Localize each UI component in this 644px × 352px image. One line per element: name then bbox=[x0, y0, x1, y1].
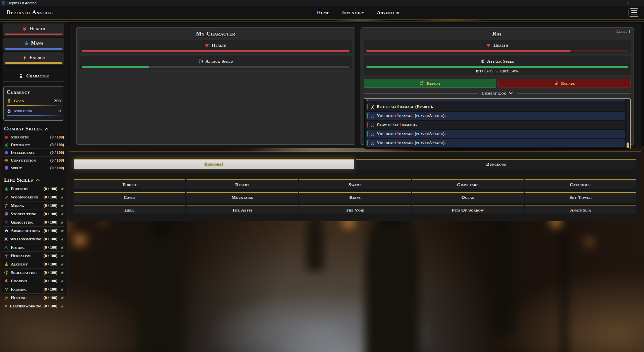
star-icon bbox=[60, 262, 64, 266]
skill-row-weaponsmithing: Weaponsmithing (0 / 100) bbox=[3, 235, 64, 243]
skill-name: Constitution bbox=[11, 158, 36, 163]
character-button[interactable]: Character bbox=[3, 70, 64, 82]
skill-name: Dexterity bbox=[11, 142, 30, 148]
star-icon bbox=[60, 304, 64, 308]
claw-icon bbox=[480, 59, 485, 64]
skill-value: (0 / 100) bbox=[50, 135, 64, 140]
skill-value: (0 / 100) bbox=[44, 228, 57, 233]
tree-icon bbox=[4, 186, 9, 191]
location-pits-of-sorrow[interactable]: Pits Of Sorrow bbox=[412, 205, 524, 215]
location-desert[interactable]: Desert bbox=[186, 179, 298, 189]
escape-button[interactable]: Escape bbox=[498, 79, 631, 88]
skill-row-woodworking: Woodworking (0 / 100) bbox=[3, 193, 64, 201]
nav-item-adventure[interactable]: Adventure bbox=[377, 10, 400, 15]
location-swamp[interactable]: Swamp bbox=[299, 179, 411, 189]
life-skills-header[interactable]: Life Skills bbox=[4, 177, 64, 183]
star-icon bbox=[60, 296, 64, 300]
nav-item-home[interactable]: Home bbox=[317, 10, 329, 15]
energy-label: Energy bbox=[30, 55, 46, 60]
sprout-icon bbox=[4, 287, 9, 292]
combat-log-toggle[interactable]: Combat Log bbox=[364, 91, 631, 96]
skill-name: Strength bbox=[11, 135, 29, 140]
location-graveyard[interactable]: Graveyard bbox=[412, 179, 524, 189]
gold-value: 250 bbox=[54, 98, 61, 104]
skill-row-hunting: Hunting (0 / 100) bbox=[3, 294, 64, 302]
skill-row-armorsmithing: Armorsmithing (0 / 100) bbox=[3, 227, 64, 235]
combat-skills-header[interactable]: Combat Skills bbox=[4, 125, 64, 132]
scrollbar-thumb[interactable] bbox=[627, 142, 629, 148]
combat-section: My Character Health Attack Speed bbox=[69, 23, 641, 148]
minimize-button[interactable] bbox=[610, 0, 621, 6]
skill-row-cooking: Cooking (0 / 100) bbox=[3, 277, 64, 285]
skill-value: (0 / 100) bbox=[50, 158, 64, 163]
skill-value: (0 / 100) bbox=[44, 262, 57, 267]
combat-skills-title: Combat Skills bbox=[4, 125, 42, 132]
player-attack-speed-bar bbox=[82, 66, 350, 68]
log-text: damage (Evaded). bbox=[400, 104, 433, 109]
combat-log-entry: Claw dealt 1 damage. bbox=[366, 121, 625, 129]
log-text: You dealt bbox=[377, 113, 396, 118]
log-text: Bite dealt bbox=[377, 104, 397, 109]
enemy-crit: Crit: 50% bbox=[500, 69, 519, 73]
combat-log-scrollbar[interactable] bbox=[627, 100, 629, 148]
location-ruins[interactable]: Ruins bbox=[299, 192, 411, 202]
location-the-void[interactable]: The Void bbox=[299, 205, 411, 215]
fishing-rod-icon bbox=[4, 245, 9, 250]
energy-stat-card: Energy bbox=[3, 52, 64, 65]
skill-value: (0 / 100) bbox=[44, 203, 57, 208]
tab-dungeons[interactable]: Dungeons bbox=[356, 159, 636, 169]
location-hell[interactable]: Hell bbox=[74, 205, 185, 215]
location-caves[interactable]: Caves bbox=[74, 192, 185, 202]
skill-row-leatherworking: Leatherworking (0 / 100) bbox=[3, 302, 64, 310]
gold-coins-icon bbox=[7, 99, 11, 103]
location-mountains[interactable]: Mountains bbox=[186, 192, 298, 202]
currency-panel: Currency Gold 250 Medalion 0 bbox=[3, 86, 64, 121]
stone-icon bbox=[4, 212, 9, 216]
location-sky-tower[interactable]: Sky Tower bbox=[525, 192, 636, 202]
mana-bar bbox=[5, 48, 62, 50]
close-button[interactable] bbox=[633, 0, 644, 6]
location-the-abyss[interactable]: The Abyss bbox=[186, 205, 298, 215]
tab-explore[interactable]: Explore! bbox=[74, 159, 354, 169]
star-icon bbox=[60, 187, 64, 191]
lightning-icon bbox=[22, 55, 27, 60]
star-icon bbox=[60, 212, 64, 216]
star-icon bbox=[60, 279, 64, 283]
location-catacombs[interactable]: Catacombs bbox=[525, 179, 636, 189]
enemy-attack-card: Attack Speed Bite (3-7) Crit: 50% bbox=[364, 56, 631, 75]
sidebar: Health Mana Energy Character Currency bbox=[2, 21, 67, 295]
log-text: damage. bbox=[401, 122, 417, 127]
repeat-icon bbox=[419, 81, 424, 85]
star-icon bbox=[60, 221, 64, 224]
skill-row-constitution: Constitution (0 / 100) bbox=[3, 157, 64, 164]
gold-underline bbox=[7, 105, 61, 106]
close-icon bbox=[637, 1, 640, 5]
skill-value: (0 / 100) bbox=[44, 220, 57, 225]
log-text: damage (playerAttack). bbox=[399, 113, 446, 118]
nav-item-inventory[interactable]: Inventory bbox=[342, 10, 364, 15]
location-anatholia[interactable]: Anatholia bbox=[525, 205, 636, 215]
log-damage-value: 5 bbox=[397, 113, 399, 118]
repeat-button[interactable]: Repeat bbox=[364, 79, 496, 88]
combat-log-entry: You dealt 5 damage (playerAttack). bbox=[366, 139, 625, 147]
maximize-button[interactable] bbox=[621, 0, 633, 6]
strength-icon bbox=[4, 135, 9, 139]
hamburger-menu-button[interactable] bbox=[629, 8, 639, 17]
location-forest[interactable]: Forest bbox=[74, 179, 185, 189]
location-ocean[interactable]: Ocean bbox=[412, 192, 524, 202]
medalion-underline bbox=[7, 115, 61, 116]
combat-log-title: Combat Log bbox=[481, 91, 506, 96]
enemy-health-bar bbox=[366, 50, 628, 52]
log-damage-value: 0 bbox=[397, 104, 399, 109]
log-text: Claw dealt bbox=[377, 122, 399, 127]
combat-log-entry: Bite dealt 0 damage (Evaded). bbox=[366, 103, 625, 111]
character-button-label: Character bbox=[26, 73, 49, 79]
maximize-icon bbox=[625, 1, 629, 5]
gold-label: Gold bbox=[14, 98, 24, 104]
player-panel-title: My Character bbox=[76, 31, 355, 37]
brand-title: Depths of Anathel bbox=[7, 9, 53, 15]
skill-name: Intelligence bbox=[11, 150, 35, 155]
skill-value: (0 / 100) bbox=[44, 237, 57, 242]
explore-section: Explore! Dungeons Forest Desert Swamp Gr… bbox=[69, 152, 641, 221]
dexterity-icon bbox=[4, 142, 9, 147]
